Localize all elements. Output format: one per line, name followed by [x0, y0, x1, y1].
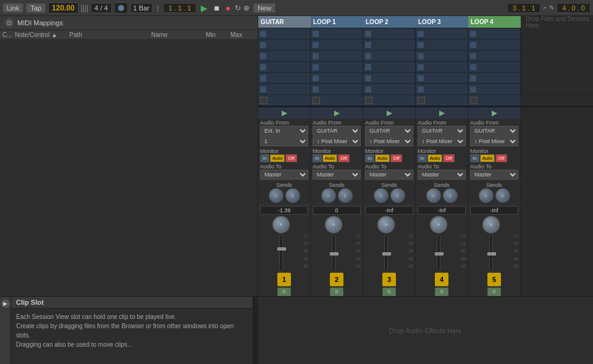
loop2-audio-to-select[interactable]: Master [365, 170, 413, 180]
guitar-audio-from-sub-select[interactable]: 1 [260, 136, 308, 146]
loop-button[interactable]: ↻ [235, 4, 241, 12]
guitar-send-b-knob[interactable]: B [285, 188, 300, 203]
loop4-fader-thumb[interactable] [487, 252, 496, 255]
loop1-fader-thumb[interactable] [330, 252, 339, 255]
bpm-display[interactable]: 120.00 [48, 2, 78, 14]
record-button[interactable]: ● [224, 3, 232, 13]
clip-cell-l4-5[interactable] [468, 73, 521, 83]
tap-button[interactable]: Tap [26, 3, 46, 13]
loop1-channel-num[interactable]: 2 [330, 273, 343, 286]
loop1-monitor-auto[interactable]: Auto [322, 154, 337, 162]
stop-guitar[interactable] [258, 95, 311, 105]
guitar-audio-from-select[interactable]: Ext. In [260, 126, 308, 136]
clip-cell-guitar-4[interactable] [258, 62, 311, 72]
stop-l2[interactable] [363, 95, 416, 105]
left-scroll[interactable] [253, 297, 258, 364]
time-sig-display[interactable]: 4 / 4 [91, 3, 111, 13]
clip-cell-l1-1[interactable] [311, 28, 363, 39]
track-header-loop2[interactable]: LOOP 2 [363, 16, 416, 28]
loop2-monitor-auto[interactable]: Auto [375, 154, 390, 162]
stop-button[interactable]: ■ [212, 3, 221, 13]
loop2-audio-from-select[interactable]: GUITAR [365, 126, 413, 136]
stop-l4[interactable] [468, 95, 521, 105]
guitar-monitor-auto[interactable]: Auto [270, 154, 285, 162]
clip-cell-l2-6[interactable] [363, 84, 416, 94]
loop2-play-row[interactable]: ▶ [363, 107, 415, 118]
clip-cell-l2-2[interactable] [363, 39, 416, 50]
loop1-send-a-knob[interactable]: A [321, 188, 336, 203]
clip-cell-l1-5[interactable] [311, 73, 363, 83]
loop1-play-row[interactable]: ▶ [311, 107, 363, 118]
loop4-monitor-auto[interactable]: Auto [480, 154, 495, 162]
clip-cell-l4-1[interactable] [468, 28, 521, 39]
loop3-audio-from-sub-select[interactable]: ↕ Post Mixer [418, 136, 466, 146]
guitar-solo-btn[interactable]: S [277, 287, 291, 296]
loop4-monitor-in[interactable]: In [470, 154, 479, 162]
track-header-loop1[interactable]: LOOP 1 [311, 16, 363, 28]
loop4-send-b-knob[interactable]: B [495, 188, 510, 203]
loop2-monitor-off[interactable]: Off [390, 154, 402, 162]
left-icon-1[interactable]: ▶ [1, 299, 10, 308]
punch-button[interactable]: ⊕ [243, 4, 250, 12]
clip-cell-l1-4[interactable] [311, 62, 363, 72]
guitar-monitor-in[interactable]: In [260, 154, 269, 162]
loop3-fader-track[interactable] [437, 234, 440, 271]
loop4-fader-track[interactable] [489, 234, 493, 271]
stop-l3[interactable] [416, 95, 468, 105]
loop1-monitor-in[interactable]: In [313, 154, 322, 162]
clip-cell-l4-4[interactable] [468, 62, 521, 72]
loop4-volume-knob[interactable] [482, 216, 500, 233]
loop2-fader-thumb[interactable] [382, 252, 391, 255]
clip-cell-l3-3[interactable] [416, 51, 468, 61]
loop3-volume-knob[interactable] [430, 216, 447, 233]
guitar-play-row[interactable]: ▶ [258, 107, 310, 118]
clip-cell-l3-2[interactable] [416, 39, 468, 50]
loop3-play-row[interactable]: ▶ [416, 107, 468, 118]
loop2-fader-track[interactable] [384, 234, 388, 271]
loop1-audio-to-select[interactable]: Master [313, 170, 361, 180]
loop3-monitor-auto[interactable]: Auto [427, 154, 442, 162]
guitar-monitor-off[interactable]: Off [285, 154, 297, 162]
loop1-audio-from-sub-select[interactable]: ↕ Post Mixer [313, 136, 361, 146]
loop1-monitor-off[interactable]: Off [338, 154, 350, 162]
guitar-audio-to-select[interactable]: Master [260, 170, 308, 180]
clip-cell-l3-4[interactable] [416, 62, 468, 72]
loop2-audio-from-sub-select[interactable]: ↕ Post Mixer [365, 136, 413, 146]
loop3-solo-btn[interactable]: S [435, 287, 448, 296]
loop2-solo-btn[interactable]: S [382, 287, 396, 296]
stop-l1[interactable] [311, 95, 363, 105]
clip-cell-l1-3[interactable] [311, 51, 363, 61]
clip-cell-guitar-1[interactable] [258, 28, 311, 39]
clip-cell-l4-3[interactable] [468, 51, 521, 61]
loop4-play-row[interactable]: ▶ [468, 107, 520, 118]
guitar-channel-num[interactable]: 1 [277, 273, 291, 286]
loop4-send-a-knob[interactable]: A [479, 188, 494, 203]
guitar-volume-knob[interactable] [272, 216, 290, 233]
clip-cell-l3-6[interactable] [416, 84, 468, 94]
clip-cell-l2-4[interactable] [363, 62, 416, 72]
loop4-monitor-off[interactable]: Off [495, 154, 507, 162]
clip-cell-l2-1[interactable] [363, 28, 416, 39]
loop3-audio-to-select[interactable]: Master [418, 170, 466, 180]
loop4-audio-from-select[interactable]: GUITAR [470, 126, 518, 136]
clip-cell-l4-2[interactable] [468, 39, 521, 50]
new-button[interactable]: New [253, 3, 275, 13]
clip-cell-l2-3[interactable] [363, 51, 416, 61]
loop2-monitor-in[interactable]: In [365, 154, 374, 162]
loop2-send-a-knob[interactable]: A [374, 188, 389, 203]
clip-cell-l1-6[interactable] [311, 84, 363, 94]
clip-cell-l1-2[interactable] [311, 39, 363, 50]
loop4-channel-num[interactable]: 5 [487, 273, 501, 286]
loop2-volume-knob[interactable] [377, 216, 395, 233]
loop3-fader-thumb[interactable] [435, 252, 444, 255]
page-icon[interactable]: ⊡ [5, 19, 14, 27]
link-button[interactable]: Link [2, 3, 23, 13]
clip-cell-l4-6[interactable] [468, 84, 521, 94]
play-button[interactable]: ▶ [199, 3, 209, 13]
clip-cell-l3-5[interactable] [416, 73, 468, 83]
track-header-loop3[interactable]: LOOP 3 [416, 16, 468, 28]
clip-cell-l2-5[interactable] [363, 73, 416, 83]
track-header-guitar[interactable]: GUITAR [258, 16, 311, 28]
loop2-channel-num[interactable]: 3 [382, 273, 396, 286]
guitar-fader-thumb[interactable] [277, 247, 286, 250]
